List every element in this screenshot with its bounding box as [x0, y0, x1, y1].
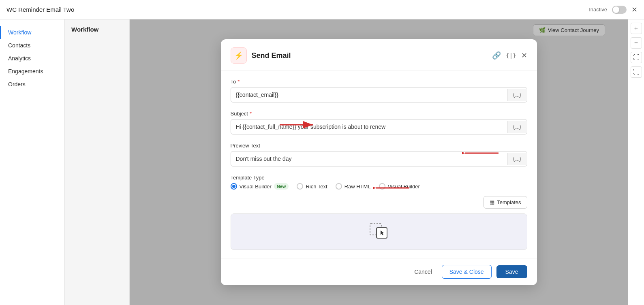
zoom-out-button[interactable]: − — [631, 37, 642, 49]
to-required: * — [237, 79, 240, 85]
collapse-icon: ⛶ — [633, 68, 640, 76]
subject-label: Subject * — [231, 111, 527, 117]
canvas-drag-icon — [369, 220, 389, 243]
radio-visual-builder-new[interactable]: Visual Builder New — [231, 183, 289, 190]
expand-button[interactable]: ⛶ — [631, 52, 642, 63]
preview-text-merge-tag-btn[interactable]: {…} — [507, 153, 526, 165]
templates-button[interactable]: ▦ Templates — [484, 196, 527, 209]
sidebar-item-workflow[interactable]: Workflow — [0, 26, 64, 39]
link-icon[interactable]: 🔗 — [492, 51, 501, 60]
active-toggle[interactable] — [612, 6, 627, 14]
radio-rich-text-label: Rich Text — [306, 183, 327, 190]
sidebar: Workflow Contacts Analytics Engagements … — [0, 19, 65, 305]
subject-field-group: Subject * {…} — [231, 111, 527, 134]
zoom-in-button[interactable]: + — [631, 23, 642, 34]
radio-visual-builder-new-label: Visual Builder — [240, 183, 272, 190]
modal-title-group: ⚡ Send Email — [231, 47, 291, 64]
canvas-area: 🌿 View Contact Journey — [130, 19, 628, 305]
preview-text-input[interactable] — [231, 151, 507, 166]
sidebar-item-analytics[interactable]: Analytics — [0, 52, 64, 65]
merge-tag-icon[interactable]: {|} — [506, 52, 516, 59]
templates-icon: ▦ — [490, 199, 494, 205]
radio-raw-html-circle — [336, 183, 342, 190]
to-field-group: To * {…} — [231, 79, 527, 102]
expand-icon: ⛶ — [633, 54, 640, 61]
to-input-wrapper: {…} — [231, 87, 527, 102]
save-button[interactable]: Save — [496, 265, 527, 278]
to-input[interactable] — [231, 87, 507, 102]
radio-visual-builder-classic[interactable]: Visual Builder — [379, 183, 420, 190]
to-label: To * — [231, 79, 527, 85]
close-window-icon[interactable]: ✕ — [631, 5, 638, 14]
modal-send-icon: ⚡ — [231, 47, 247, 64]
workflow-panel: Workflow — [65, 19, 130, 305]
plus-icon: + — [634, 25, 638, 32]
subject-merge-icon: {…} — [512, 124, 522, 130]
save-close-button[interactable]: Save & Close — [442, 265, 492, 279]
subject-input[interactable] — [231, 119, 507, 134]
sidebar-item-contacts[interactable]: Contacts — [0, 39, 64, 52]
sidebar-item-orders[interactable]: Orders — [0, 78, 64, 91]
new-badge: New — [274, 183, 289, 190]
preview-text-field-group: Preview Text {…} — [231, 143, 527, 166]
radio-raw-html-label: Raw HTML — [344, 183, 371, 190]
subject-required: * — [250, 111, 252, 117]
main-layout: Workflow Contacts Analytics Engagements … — [0, 19, 644, 305]
email-canvas-preview[interactable] — [231, 213, 527, 250]
subject-merge-tag-btn[interactable]: {…} — [507, 121, 526, 133]
inner-layout: Workflow 🌿 View Contact Journey — [65, 19, 644, 305]
top-bar: WC Reminder Email Two Inactive ✕ — [0, 0, 644, 19]
radio-visual-builder-classic-circle — [379, 183, 385, 190]
modal-body: To * {…} — [221, 70, 537, 258]
radio-visual-builder-classic-label: Visual Builder — [388, 183, 420, 190]
preview-merge-icon: {…} — [512, 156, 522, 162]
lightning-icon: ⚡ — [234, 51, 243, 60]
top-bar-right: Inactive ✕ — [589, 5, 638, 14]
template-type-radio-group: Visual Builder New Rich Text — [231, 183, 527, 190]
radio-raw-html[interactable]: Raw HTML — [336, 183, 371, 190]
preview-text-label: Preview Text — [231, 143, 527, 149]
sidebar-item-engagements[interactable]: Engagements — [0, 65, 64, 78]
collapse-button[interactable]: ⛶ — [631, 66, 642, 78]
radio-rich-text[interactable]: Rich Text — [297, 183, 327, 190]
modal-header: ⚡ Send Email 🔗 {|} ✕ — [221, 39, 537, 70]
subject-input-wrapper: {…} — [231, 119, 527, 134]
status-label: Inactive — [589, 6, 607, 13]
templates-button-label: Templates — [497, 199, 521, 205]
modal-footer: Cancel Save & Close Save — [221, 258, 537, 285]
to-merge-icon: {…} — [512, 92, 522, 98]
app-title: WC Reminder Email Two — [6, 6, 74, 13]
templates-row: ▦ Templates — [231, 196, 527, 209]
modal-overlay: ⚡ Send Email 🔗 {|} ✕ — [130, 19, 628, 305]
close-modal-icon[interactable]: ✕ — [521, 51, 527, 60]
to-merge-tag-btn[interactable]: {…} — [507, 89, 526, 101]
right-toolbar: + − ⛶ ⛶ — [628, 19, 644, 305]
modal-header-actions: 🔗 {|} ✕ — [492, 51, 527, 60]
template-type-section: Template Type Visual Builder New — [231, 175, 527, 190]
preview-text-input-wrapper: {…} — [231, 151, 527, 166]
send-email-modal: ⚡ Send Email 🔗 {|} ✕ — [221, 39, 537, 285]
modal-title: Send Email — [252, 51, 291, 60]
radio-rich-text-circle — [297, 183, 303, 190]
template-type-label: Template Type — [231, 175, 527, 181]
cancel-button[interactable]: Cancel — [409, 265, 437, 278]
minus-icon: − — [634, 39, 638, 47]
workflow-panel-title: Workflow — [71, 26, 123, 33]
radio-visual-builder-new-circle — [231, 183, 237, 190]
